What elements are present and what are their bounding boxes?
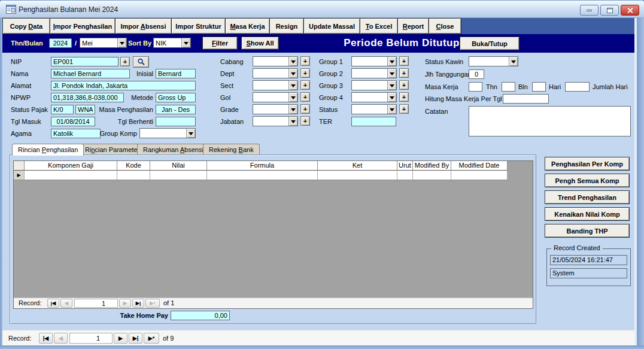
month-select[interactable]: Mei bbox=[80, 38, 127, 48]
group1-select[interactable] bbox=[351, 56, 397, 66]
maximize-button[interactable] bbox=[600, 5, 619, 16]
select-all-cell[interactable] bbox=[14, 161, 25, 171]
tgl-berhenti-input[interactable] bbox=[156, 117, 196, 126]
jabatan-select[interactable] bbox=[253, 116, 298, 126]
grid-cell[interactable] bbox=[451, 171, 508, 180]
banding-thp-button[interactable]: Banding THP bbox=[545, 224, 630, 238]
add-status-button[interactable]: + bbox=[399, 104, 409, 114]
report-button[interactable]: Report bbox=[397, 18, 429, 34]
add-jabatan-button[interactable]: + bbox=[300, 116, 310, 126]
group2-select[interactable] bbox=[351, 68, 397, 78]
col-nilai[interactable]: Nilai bbox=[150, 161, 207, 171]
new-record-button[interactable]: ▶* bbox=[145, 299, 160, 308]
grid-cell[interactable] bbox=[413, 171, 451, 180]
take-home-pay-input[interactable] bbox=[171, 311, 230, 320]
first-record-button[interactable]: |◀ bbox=[39, 333, 53, 344]
impor-penghasilan-button[interactable]: Impor Penghasilan bbox=[50, 18, 116, 34]
sort-by-select[interactable]: NIK bbox=[153, 38, 191, 48]
grid-cell[interactable] bbox=[150, 171, 207, 180]
hitung-masa-kerja-input[interactable] bbox=[503, 94, 549, 104]
add-nip-button[interactable]: + bbox=[120, 57, 130, 66]
chevron-down-icon[interactable] bbox=[181, 38, 190, 47]
search-nip-button[interactable] bbox=[133, 56, 149, 68]
record-number-input[interactable] bbox=[74, 299, 118, 308]
update-massal-button[interactable]: Update Massal bbox=[303, 18, 360, 34]
tab-rincian-penghasilan[interactable]: Rincian Penghasilan bbox=[12, 144, 84, 156]
penghasilan-per-komp-button[interactable]: Penghasilan Per Komp bbox=[545, 157, 630, 171]
show-all-button[interactable]: Show All bbox=[241, 37, 279, 50]
col-ket[interactable]: Ket bbox=[318, 161, 397, 171]
jumlah-hari-input[interactable] bbox=[565, 82, 590, 92]
chevron-down-icon[interactable] bbox=[288, 81, 297, 90]
chevron-down-icon[interactable] bbox=[117, 38, 126, 47]
chevron-down-icon[interactable] bbox=[186, 129, 195, 138]
impor-absensi-button[interactable]: Impor Absensi bbox=[115, 18, 172, 34]
ter-input[interactable] bbox=[351, 117, 396, 126]
dept-select[interactable] bbox=[253, 68, 298, 78]
add-dept-button[interactable]: + bbox=[300, 68, 310, 78]
minimize-button[interactable] bbox=[580, 5, 599, 16]
add-group4-button[interactable]: + bbox=[399, 92, 409, 102]
gol-select[interactable] bbox=[253, 92, 298, 102]
status-kawin-select[interactable] bbox=[469, 56, 518, 66]
chevron-down-icon[interactable] bbox=[288, 57, 297, 66]
add-grade-button[interactable]: + bbox=[300, 104, 310, 114]
grid-cell[interactable] bbox=[397, 171, 413, 180]
masa-penghasilan-input[interactable] bbox=[156, 105, 196, 114]
new-record-button[interactable]: ▶* bbox=[144, 333, 159, 344]
jlh-tanggungan-input[interactable] bbox=[469, 69, 484, 79]
add-cabang-button[interactable]: + bbox=[300, 56, 310, 66]
col-modified-date[interactable]: Modified Date bbox=[451, 161, 508, 171]
chevron-down-icon[interactable] bbox=[288, 69, 297, 78]
trend-penghasilan-button[interactable]: Trend Penghasilan bbox=[545, 190, 630, 204]
cabang-select[interactable] bbox=[253, 56, 298, 66]
row-selector[interactable]: ▶ bbox=[14, 171, 25, 180]
grade-select[interactable] bbox=[253, 104, 298, 114]
col-kode[interactable]: Kode bbox=[117, 161, 150, 171]
group-komp-select[interactable] bbox=[139, 128, 196, 138]
pengh-semua-komp-button[interactable]: Pengh Semua Komp bbox=[545, 174, 630, 187]
alamat-input[interactable] bbox=[51, 81, 196, 90]
metode-input[interactable] bbox=[156, 93, 196, 102]
previous-record-button[interactable]: ◀ bbox=[60, 299, 72, 308]
grid-cell[interactable] bbox=[318, 171, 397, 180]
add-gol-button[interactable]: + bbox=[300, 92, 310, 102]
record-number-input[interactable] bbox=[69, 333, 113, 344]
chevron-down-icon[interactable] bbox=[387, 57, 396, 66]
last-record-button[interactable]: ▶| bbox=[129, 333, 142, 344]
masa-kerja-bln-input[interactable] bbox=[502, 82, 515, 92]
first-record-button[interactable]: |◀ bbox=[47, 299, 59, 308]
kenaikan-nilai-komp-button[interactable]: Kenaikan Nilai Komp bbox=[545, 207, 630, 221]
add-sect-button[interactable]: + bbox=[300, 80, 310, 90]
grid-cell[interactable] bbox=[25, 171, 117, 180]
col-modified-by[interactable]: Modified By bbox=[413, 161, 451, 171]
next-record-button[interactable]: ▶ bbox=[114, 333, 127, 344]
tab-rekening-bank[interactable]: Rekening Bank bbox=[203, 144, 260, 155]
nip-input[interactable] bbox=[51, 57, 119, 66]
col-komponen-gaji[interactable]: Komponen Gaji bbox=[25, 161, 117, 171]
masa-kerja-button[interactable]: Masa Kerja bbox=[225, 18, 270, 34]
resign-button[interactable]: Resign bbox=[269, 18, 304, 34]
chevron-down-icon[interactable] bbox=[288, 117, 297, 126]
status-select[interactable] bbox=[351, 104, 397, 114]
to-excel-button[interactable]: To Excel bbox=[360, 18, 398, 34]
grid-cell[interactable] bbox=[117, 171, 150, 180]
close-form-button[interactable]: Close bbox=[429, 18, 461, 34]
tab-rincian-parameter[interactable]: Rincian Parameter bbox=[79, 144, 145, 155]
year-input[interactable] bbox=[49, 38, 72, 48]
tab-rangkuman-absensi[interactable]: Rangkuman Absensi bbox=[137, 144, 209, 155]
chevron-down-icon[interactable] bbox=[387, 93, 396, 102]
group3-select[interactable] bbox=[351, 80, 397, 90]
impor-struktur-button[interactable]: Impor Struktur bbox=[171, 18, 226, 34]
chevron-down-icon[interactable] bbox=[288, 93, 297, 102]
add-group1-button[interactable]: + bbox=[399, 56, 409, 66]
group4-select[interactable] bbox=[351, 92, 397, 102]
masa-kerja-thn-input[interactable] bbox=[469, 82, 482, 92]
buka-tutup-button[interactable]: Buka/Tutup bbox=[460, 37, 520, 50]
filter-button[interactable]: Filter bbox=[202, 37, 238, 50]
chevron-down-icon[interactable] bbox=[387, 69, 396, 78]
catatan-input[interactable] bbox=[469, 106, 631, 136]
chevron-down-icon[interactable] bbox=[509, 57, 518, 66]
col-formula[interactable]: Formula bbox=[207, 161, 318, 171]
col-urut[interactable]: Urut bbox=[397, 161, 413, 171]
